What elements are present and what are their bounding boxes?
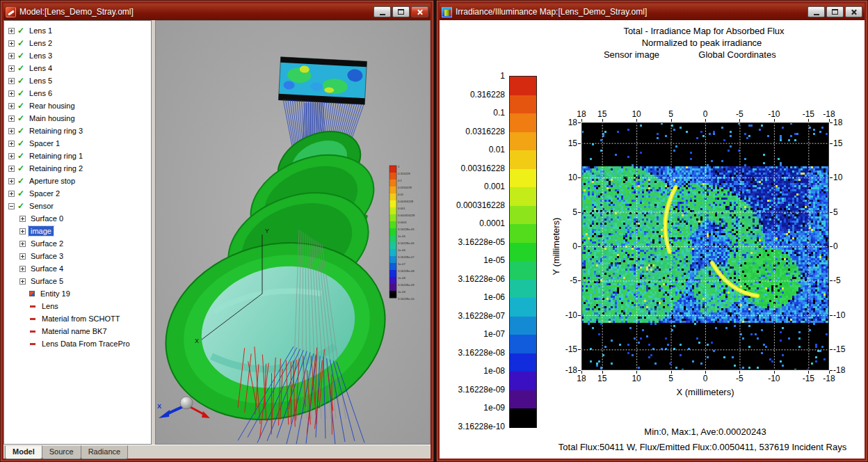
visible-check-icon[interactable]: ✓ xyxy=(17,65,24,72)
tree-item-label[interactable]: Lens 3 xyxy=(27,51,54,61)
expand-icon[interactable] xyxy=(8,53,15,59)
expand-icon[interactable] xyxy=(8,103,15,109)
3d-viewport[interactable]: Y X X 10.3162280.10.03162280.010.0031622… xyxy=(155,20,431,445)
tree-item-sensor[interactable]: ✓Sensor xyxy=(4,200,151,212)
tree-item-label[interactable]: Surface 0 xyxy=(29,214,65,223)
tree-item-rear-housing[interactable]: ✓Rear housing xyxy=(4,99,151,112)
tree-item-label[interactable]: Aperture stop xyxy=(27,176,77,186)
expand-icon[interactable] xyxy=(19,266,26,272)
tree-item-label[interactable]: Material from SCHOTT xyxy=(40,314,122,324)
tree-item-surface-3[interactable]: Surface 3 xyxy=(4,250,151,262)
maximize-button[interactable] xyxy=(826,6,844,17)
close-button[interactable] xyxy=(845,6,862,17)
visible-check-icon[interactable]: ✓ xyxy=(17,40,24,47)
expand-icon[interactable] xyxy=(8,191,15,197)
tab-model[interactable]: Model xyxy=(5,445,42,459)
visible-check-icon[interactable]: ✓ xyxy=(17,191,24,197)
expand-icon[interactable] xyxy=(8,78,15,84)
tree-item-lens-3[interactable]: ✓Lens 3 xyxy=(4,49,151,62)
tree-item-label[interactable]: Lens 4 xyxy=(27,63,54,73)
irradiance-window-titlebar[interactable]: Irradiance/Illuminance Map:[Lens_Demo_St… xyxy=(440,3,865,20)
tree-item-label[interactable]: Surface 3 xyxy=(29,251,65,261)
tree-item-label[interactable]: Spacer 1 xyxy=(27,138,62,148)
visible-check-icon[interactable]: ✓ xyxy=(17,178,24,184)
tree-item-retaining-ring-1[interactable]: ✓Retaining ring 1 xyxy=(4,150,151,162)
tree-item-entity-19[interactable]: Entity 19 xyxy=(4,287,151,300)
expand-icon[interactable] xyxy=(19,278,26,285)
tree-item-label[interactable]: Lens 1 xyxy=(27,26,54,35)
tree-item-lens-1[interactable]: ✓Lens 1 xyxy=(4,24,151,37)
visible-check-icon[interactable]: ✓ xyxy=(17,153,24,159)
minimize-button[interactable] xyxy=(807,6,825,17)
tree-item-retaining-ring-3[interactable]: ✓Retaining ring 3 xyxy=(4,125,151,137)
tree-item-label[interactable]: Lens Data From TracePro xyxy=(40,339,132,349)
expand-icon[interactable] xyxy=(8,65,15,72)
expand-icon[interactable] xyxy=(19,228,26,234)
tree-item-lens-2[interactable]: ✓Lens 2 xyxy=(4,37,151,49)
tree-item-label[interactable]: Entity 19 xyxy=(38,289,72,298)
tree-item-lens-5[interactable]: ✓Lens 5 xyxy=(4,74,151,87)
visible-check-icon[interactable]: ✓ xyxy=(17,103,24,109)
tab-source[interactable]: Source xyxy=(42,445,81,459)
expand-icon[interactable] xyxy=(8,90,15,97)
tree-item-surface-5[interactable]: Surface 5 xyxy=(4,275,151,287)
expand-icon[interactable] xyxy=(19,216,26,222)
minimize-button[interactable] xyxy=(373,6,391,17)
visible-check-icon[interactable]: ✓ xyxy=(17,28,24,34)
tree-item-label[interactable]: Spacer 2 xyxy=(27,189,62,198)
tree-item-surface-4[interactable]: Surface 4 xyxy=(4,262,151,275)
tree-item-material-from-schott[interactable]: Material from SCHOTT xyxy=(4,312,151,325)
tree-item-label[interactable]: Lens 5 xyxy=(27,76,54,86)
tree-item-label[interactable]: Retaining ring 1 xyxy=(27,151,85,161)
tree-item-lens-data-from-tracepro[interactable]: Lens Data From TracePro xyxy=(4,337,151,350)
visible-check-icon[interactable]: ✓ xyxy=(17,116,24,122)
maximize-button[interactable] xyxy=(392,6,410,17)
visible-check-icon[interactable]: ✓ xyxy=(17,203,24,209)
expand-icon[interactable] xyxy=(8,141,15,147)
tree-item-spacer-1[interactable]: ✓Spacer 1 xyxy=(4,137,151,150)
collapse-icon[interactable] xyxy=(8,203,15,209)
tree-item-aperture-stop[interactable]: ✓Aperture stop xyxy=(4,175,151,187)
tree-item-lens-6[interactable]: ✓Lens 6 xyxy=(4,87,151,99)
tree-item-label[interactable]: Surface 4 xyxy=(29,264,65,273)
expand-icon[interactable] xyxy=(8,116,15,122)
tree-item-label[interactable]: Surface 5 xyxy=(29,276,65,286)
expand-icon[interactable] xyxy=(8,128,15,134)
visible-check-icon[interactable]: ✓ xyxy=(17,166,24,172)
tree-item-label[interactable]: Retaining ring 3 xyxy=(27,126,85,136)
expand-icon[interactable] xyxy=(8,28,15,34)
tree-item-label[interactable]: Sensor xyxy=(27,201,56,211)
visible-check-icon[interactable]: ✓ xyxy=(17,128,24,134)
tree-item-surface-2[interactable]: Surface 2 xyxy=(4,237,151,250)
tree-item-label[interactable]: Main housing xyxy=(27,113,77,123)
expand-icon[interactable] xyxy=(8,166,15,172)
expand-icon[interactable] xyxy=(19,253,26,260)
tree-item-label[interactable]: Lens 6 xyxy=(27,88,54,98)
tree-item-label[interactable]: Surface 2 xyxy=(29,239,65,248)
tree-item-lens-4[interactable]: ✓Lens 4 xyxy=(4,62,151,74)
tree-item-lens[interactable]: Lens xyxy=(4,300,151,312)
visible-check-icon[interactable]: ✓ xyxy=(17,141,24,147)
tree-item-retaining-ring-2[interactable]: ✓Retaining ring 2 xyxy=(4,162,151,175)
expand-icon[interactable] xyxy=(19,241,26,247)
visible-check-icon[interactable]: ✓ xyxy=(17,90,24,97)
tree-item-label[interactable]: Retaining ring 2 xyxy=(27,164,85,173)
tree-item-label[interactable]: image xyxy=(29,226,54,236)
tree-item-label[interactable]: Lens xyxy=(40,301,61,311)
expand-icon[interactable] xyxy=(8,40,15,47)
tree-item-label[interactable]: Material name BK7 xyxy=(40,326,109,336)
expand-icon[interactable] xyxy=(8,153,15,159)
visible-check-icon[interactable]: ✓ xyxy=(17,78,24,84)
tree-item-main-housing[interactable]: ✓Main housing xyxy=(4,112,151,125)
visible-check-icon[interactable]: ✓ xyxy=(17,53,24,59)
expand-icon[interactable] xyxy=(8,178,15,184)
tree-item-label[interactable]: Rear housing xyxy=(27,101,77,111)
tab-radiance[interactable]: Radiance xyxy=(81,445,128,459)
tree-item-spacer-2[interactable]: ✓Spacer 2 xyxy=(4,187,151,200)
close-button[interactable] xyxy=(411,6,428,17)
tree-item-image[interactable]: image xyxy=(4,225,151,237)
tree-item-surface-0[interactable]: Surface 0 xyxy=(4,212,151,225)
model-window-titlebar[interactable]: Model:[Lens_Demo_Stray.oml] xyxy=(3,3,431,20)
tree-item-label[interactable]: Lens 2 xyxy=(27,38,54,48)
tree-item-material-name-bk7[interactable]: Material name BK7 xyxy=(4,325,151,337)
